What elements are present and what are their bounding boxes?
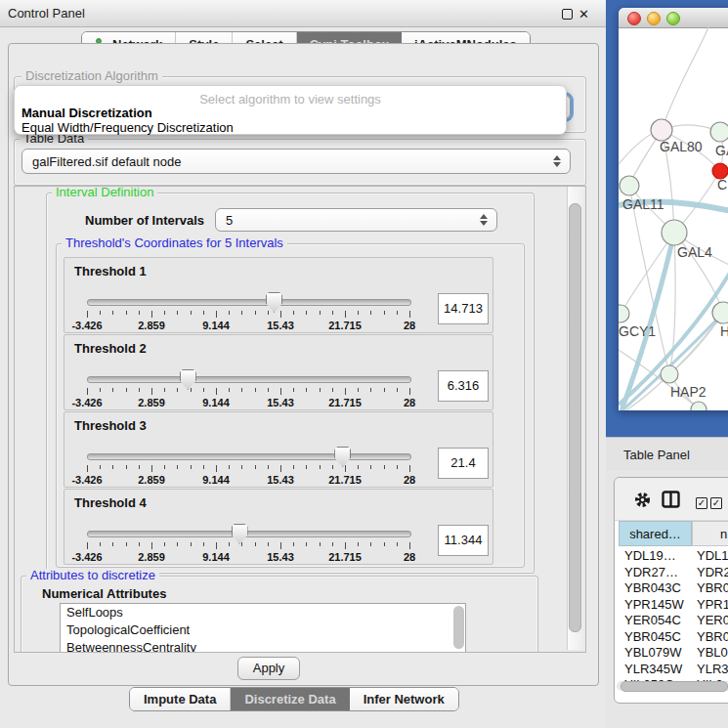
table-row[interactable]: YDL19…YDL1 <box>615 548 728 565</box>
slider-track <box>87 299 411 306</box>
tab-discretize-data[interactable]: Discretize Data <box>231 688 349 710</box>
slider-tick-label: 2.859 <box>138 551 165 563</box>
threshold-value-field[interactable]: 11.344 <box>438 525 489 556</box>
slider-tick <box>151 542 152 549</box>
network-node-label: GAL80 <box>660 139 703 154</box>
panel-title: Control Panel <box>8 6 85 21</box>
table-row[interactable]: YER054CYER0 <box>615 613 728 629</box>
close-window-icon[interactable] <box>627 12 641 25</box>
slider-tick <box>397 311 398 315</box>
table-row[interactable]: YPR145WYPR1 <box>615 597 728 614</box>
slider-tick <box>164 465 165 469</box>
threshold-value-field[interactable]: 14.713 <box>438 293 489 324</box>
slider-tick-label: -3.426 <box>71 551 102 563</box>
threshold-slider[interactable]: -3.4262.8599.14415.4321.71528 <box>87 299 409 332</box>
slider-tick <box>191 465 192 469</box>
table-panel-title: Table Panel <box>623 448 690 462</box>
slider-tick <box>358 388 359 392</box>
cell-name: YPR1 <box>697 597 728 612</box>
slider-tick-label: -3.426 <box>71 474 102 486</box>
settings-scrollbar-thumb[interactable] <box>569 203 581 632</box>
table-hscrollbar-thumb[interactable] <box>621 681 728 692</box>
network-node[interactable] <box>710 122 728 142</box>
slider-tick <box>280 465 281 472</box>
network-node[interactable] <box>620 176 639 195</box>
dropdown-option-equal-width[interactable]: Equal Width/Frequency Discretization <box>18 120 237 135</box>
checkbox-icon[interactable]: ✓ <box>696 497 707 509</box>
slider-handle[interactable] <box>266 292 282 313</box>
table-row[interactable]: YBL079WYBL0 <box>615 645 728 662</box>
slider-tick <box>397 465 398 469</box>
float-panel-icon[interactable] <box>562 9 573 20</box>
slider-tick-label: 21.715 <box>328 320 362 331</box>
table-row[interactable]: YBR043CYBR0 <box>615 580 728 597</box>
slider-tick <box>280 311 281 318</box>
list-scrollbar[interactable] <box>453 606 464 649</box>
number-of-intervals-label: Number of Intervals <box>85 213 204 228</box>
slider-tick-labels: -3.4262.8599.14415.4321.71528 <box>87 551 409 563</box>
network-node[interactable] <box>651 119 672 141</box>
zoom-window-icon[interactable] <box>666 12 680 25</box>
slider-tick <box>384 542 385 546</box>
network-canvas[interactable]: GAL80GACGAL11GAL4GCY1HHAP2 <box>619 27 728 410</box>
slider-tick-labels: -3.4262.8599.14415.4321.71528 <box>87 474 409 486</box>
table-hscrollbar-track[interactable] <box>617 681 728 691</box>
slider-ticks <box>87 542 409 550</box>
slider-tick <box>306 311 307 315</box>
table-row[interactable]: YLR345WYLR3 <box>615 662 728 678</box>
slider-tick <box>216 542 217 549</box>
network-node[interactable] <box>661 365 678 383</box>
threshold-value-field[interactable]: 6.316 <box>438 370 489 402</box>
slider-handle[interactable] <box>180 369 196 390</box>
slider-tick <box>139 465 140 469</box>
checkbox-icon[interactable]: ✓ <box>710 497 722 509</box>
slider-tick <box>100 311 101 315</box>
table-row[interactable]: YDR27…YDR2 <box>615 565 728 581</box>
gear-icon[interactable] <box>634 492 651 508</box>
slider-tick-label: 9.144 <box>202 320 230 331</box>
slider-tick <box>268 388 269 392</box>
number-of-intervals-combobox[interactable]: 5 <box>215 208 497 232</box>
slider-tick <box>358 465 359 469</box>
split-columns-icon[interactable] <box>662 491 680 508</box>
close-panel-icon[interactable]: ✕ <box>578 9 589 20</box>
apply-button[interactable]: Apply <box>237 657 300 680</box>
cell-name: YER0 <box>697 613 728 627</box>
slider-tick <box>397 542 398 546</box>
slider-tick <box>293 388 294 392</box>
tab-impute-data[interactable]: Impute Data <box>130 688 231 710</box>
slider-tick-label: 21.715 <box>328 551 362 563</box>
network-node[interactable] <box>619 305 629 322</box>
threshold-slider[interactable]: -3.4262.8599.14415.4321.71528 <box>87 376 409 409</box>
network-node[interactable] <box>662 220 687 245</box>
slider-handle[interactable] <box>232 524 248 544</box>
threshold-value-field[interactable]: 21.4 <box>438 448 489 479</box>
cell-shared-name: YDR27… <box>624 565 678 579</box>
attribute-list-item[interactable]: TopologicalCoefficient <box>61 621 465 639</box>
slider-tick-label: 9.144 <box>202 474 230 486</box>
attribute-list-item[interactable]: BetweennessCentrality <box>61 639 465 653</box>
threshold-slider[interactable]: -3.4262.8599.14415.4321.71528 <box>87 453 409 487</box>
attribute-list-item[interactable]: SelfLoops <box>61 604 465 621</box>
network-node[interactable] <box>712 302 728 323</box>
threshold-slider[interactable]: -3.4262.8599.14415.4321.71528 <box>87 531 409 564</box>
cell-shared-name: YBL079W <box>624 645 682 660</box>
slider-tick <box>100 542 101 546</box>
cell-shared-name: YPR145W <box>624 597 684 612</box>
algorithm-dropdown: Select algorithm to view settings Manual… <box>14 85 567 135</box>
table-data-combobox[interactable]: galFiltered.sif default node <box>21 149 571 174</box>
threshold-panel: Threshold 1 -3.4262.8599.14415.4321.7152… <box>64 257 493 333</box>
threshold-panel: Threshold 2 -3.4262.8599.14415.4321.7152… <box>64 334 493 410</box>
table-row[interactable]: YBR045CYBR0 <box>615 629 728 646</box>
numerical-attributes-list[interactable]: SelfLoopsTopologicalCoefficientBetweenne… <box>60 603 466 653</box>
node-table-card: ✓ ✓ shared… n YDL19…YDL1YDR27…YDR2YBR043… <box>614 477 728 704</box>
column-header-shared-name[interactable]: shared… <box>619 521 692 546</box>
tab-infer-network[interactable]: Infer Network <box>350 688 458 710</box>
slider-handle[interactable] <box>334 447 351 467</box>
minimize-window-icon[interactable] <box>647 12 661 25</box>
slider-tick-label: 9.144 <box>202 397 230 408</box>
slider-tick <box>87 465 88 472</box>
slider-tick <box>280 542 281 549</box>
column-header-name[interactable]: n <box>692 521 728 546</box>
dropdown-option-manual[interactable]: Manual Discretization <box>18 106 156 120</box>
